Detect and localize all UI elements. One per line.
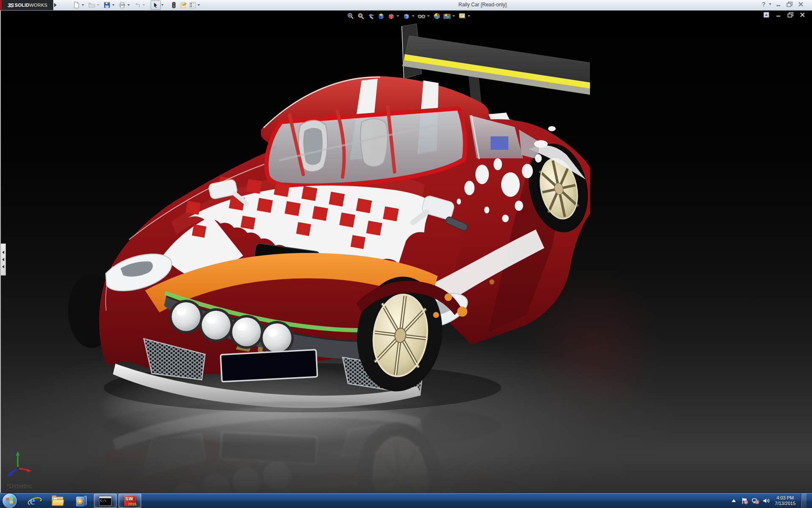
new-document-button[interactable]	[72, 1, 81, 9]
undo-button[interactable]	[133, 1, 142, 9]
rally-car-render: 2012	[66, 19, 590, 412]
rebuild-traffic-light-icon	[171, 2, 177, 8]
network-disconnected-icon	[752, 497, 759, 504]
options-button[interactable]	[188, 1, 197, 9]
zoom-to-area-button[interactable]	[356, 12, 365, 20]
open-dropdown[interactable]	[97, 4, 99, 6]
command-prompt-icon: C:\	[99, 496, 112, 506]
y-axis-arrow	[16, 451, 20, 456]
clock-time: 4:03 PM	[775, 495, 796, 501]
heads-up-view-toolbar	[346, 12, 472, 20]
view-orientation-icon	[387, 12, 395, 20]
graphics-viewport[interactable]: 2012	[0, 10, 812, 493]
network-status-button[interactable]	[752, 497, 759, 505]
taskbar-solidworks-2015[interactable]: SW2015	[118, 494, 141, 508]
document-close-button[interactable]	[798, 12, 806, 18]
display-style-button[interactable]	[402, 12, 411, 20]
file-properties-button[interactable]	[178, 1, 188, 9]
open-button[interactable]	[87, 1, 96, 9]
taskbar: e C:\ SW2015 4:03	[0, 493, 812, 508]
restore-icon	[787, 2, 793, 7]
apply-scene-dropdown[interactable]	[453, 15, 455, 17]
display-style-dropdown[interactable]	[412, 15, 414, 17]
collapse-arrow-icon	[2, 258, 4, 261]
view-orientation-button[interactable]	[387, 12, 396, 20]
taskbar-windows-explorer[interactable]	[47, 494, 69, 508]
close-icon	[798, 2, 804, 7]
view-orientation-dropdown[interactable]	[397, 15, 399, 17]
document-minimize-icon	[776, 12, 781, 17]
document-menu-button[interactable]	[763, 12, 771, 18]
action-center-flag-icon	[741, 497, 748, 505]
previous-view-button[interactable]	[366, 12, 376, 20]
media-player-icon	[76, 495, 87, 506]
hidden-icons-arrow-icon	[731, 499, 736, 503]
help-button[interactable]: ?	[762, 1, 765, 8]
3d-model-rally-car[interactable]: 2012	[66, 19, 590, 412]
system-tray: 4:03 PM 7/13/2015	[730, 493, 807, 508]
menu-expand-arrow-icon[interactable]	[54, 3, 57, 7]
hide-show-items-dropdown[interactable]	[427, 15, 430, 17]
hide-show-items-button[interactable]	[417, 12, 426, 20]
print-dropdown[interactable]	[127, 4, 130, 6]
restore-button[interactable]	[786, 1, 793, 8]
window-title: Rally Car [Read-only]	[458, 2, 507, 8]
section-view-button[interactable]	[376, 12, 386, 20]
view-orientation-label: *Dimetric	[7, 483, 32, 489]
document-window-controls	[763, 12, 806, 18]
title-bar: 3SSOLIDWORKS Rally Ca	[0, 0, 812, 11]
save-dropdown[interactable]	[112, 4, 115, 6]
document-restore-button[interactable]	[787, 12, 794, 18]
select-button[interactable]	[151, 0, 161, 10]
options-dropdown[interactable]	[198, 4, 200, 6]
options-checklist-icon	[189, 2, 196, 8]
apply-scene-button[interactable]	[442, 12, 452, 20]
rebuild-button[interactable]	[169, 1, 178, 9]
reference-triad	[3, 450, 34, 477]
save-icon	[104, 2, 110, 8]
print-button[interactable]	[118, 1, 127, 9]
speaker-icon	[763, 497, 770, 504]
collapse-arrow-icon	[2, 251, 4, 254]
clock-date: 7/13/2015	[775, 501, 796, 506]
file-properties-icon	[180, 2, 187, 8]
help-dropdown[interactable]	[769, 3, 771, 5]
zoom-to-fit-button[interactable]	[346, 12, 355, 20]
print-icon	[119, 2, 126, 8]
folder-icon	[52, 497, 63, 505]
floor-reflection	[66, 401, 590, 493]
select-dropdown[interactable]	[161, 4, 164, 6]
view-settings-button[interactable]	[458, 12, 467, 20]
undo-dropdown[interactable]	[143, 4, 145, 6]
section-view-icon	[377, 12, 385, 20]
edit-appearance-button[interactable]	[432, 12, 442, 20]
volume-button[interactable]	[763, 497, 770, 505]
save-button[interactable]	[102, 1, 112, 9]
new-document-icon	[73, 2, 80, 8]
view-settings-dropdown[interactable]	[468, 15, 470, 17]
desktop: { "titlebar": { "logo": {"glyph": "3S", …	[0, 0, 812, 508]
show-desktop-button[interactable]	[801, 493, 807, 508]
solidworks-logo[interactable]: 3SSOLIDWORKS	[0, 0, 53, 10]
document-minimize-button[interactable]	[775, 12, 782, 18]
window-controls: ?	[762, 1, 804, 8]
document-close-icon	[800, 12, 805, 17]
open-icon	[88, 2, 95, 8]
start-button[interactable]	[3, 494, 17, 508]
show-hidden-icons-button[interactable]	[730, 497, 737, 505]
new-dropdown[interactable]	[82, 4, 84, 6]
feature-panel-collapse-tab[interactable]	[1, 243, 6, 276]
display-style-icon	[403, 12, 410, 20]
internet-explorer-icon: e	[28, 495, 40, 506]
minimize-button[interactable]	[775, 1, 782, 8]
zoom-to-area-icon	[357, 12, 365, 20]
x-axis-arrow	[27, 469, 31, 472]
close-button[interactable]	[797, 1, 804, 8]
document-restore-icon	[787, 12, 794, 18]
taskbar-internet-explorer[interactable]: e	[23, 494, 45, 508]
action-center-button[interactable]	[741, 497, 748, 505]
taskbar-command-prompt[interactable]: C:\	[94, 494, 117, 508]
standard-toolbar	[72, 0, 203, 10]
taskbar-clock[interactable]: 4:03 PM 7/13/2015	[775, 495, 796, 506]
taskbar-media-player[interactable]	[70, 494, 92, 508]
